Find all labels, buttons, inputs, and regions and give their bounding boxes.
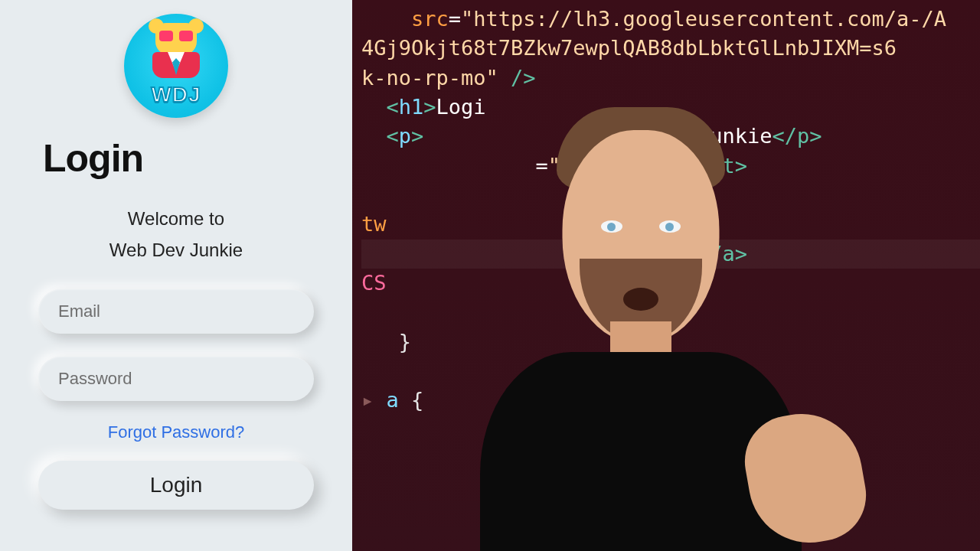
fold-arrow-icon: ▸: [361, 388, 374, 412]
code-tag-p: p: [399, 124, 411, 148]
code-editor: src="https://lh3.googleusercontent.com/a…: [352, 0, 980, 551]
code-close-brace: }: [399, 330, 411, 354]
code-url-part1: "https://lh3.googleusercontent.com/a-/A: [461, 7, 946, 31]
code-url-part3: k-no-rp-mo": [361, 66, 498, 90]
code-url-part2: 4Gj9Okjt68t7BZkw7ewplQAB8dbLbktGlLnbJIXM…: [361, 36, 897, 60]
email-field[interactable]: [38, 289, 314, 334]
code-selector-a: a: [387, 388, 399, 412]
code-tag-h1: h1: [399, 95, 424, 119]
wdj-logo: WDJ: [124, 14, 228, 118]
code-text-password-q: Password?: [586, 242, 697, 266]
code-string-email: "Email": [548, 154, 635, 178]
password-field[interactable]: [38, 357, 314, 401]
welcome-line-1: Welcome to: [109, 204, 243, 235]
code-attr-src: src: [411, 7, 449, 31]
glasses-icon: [158, 31, 194, 43]
hand-gesture-icon: [738, 404, 874, 551]
login-card: WDJ Login Welcome to Web Dev Junkie Forg…: [0, 0, 352, 551]
logo-badge-text: WDJ: [124, 83, 228, 107]
code-block: src="https://lh3.googleusercontent.com/a…: [361, 5, 980, 416]
welcome-line-2: Web Dev Junkie: [109, 235, 243, 266]
code-string-password: "Password": [586, 183, 710, 207]
login-heading: Login: [43, 136, 143, 181]
login-button[interactable]: Login: [38, 461, 314, 510]
forgot-password-link[interactable]: Forgot Password?: [108, 422, 245, 442]
welcome-text: Welcome to Web Dev Junkie: [109, 204, 243, 266]
code-text-wdj: Web Dev Junkie: [598, 124, 773, 148]
